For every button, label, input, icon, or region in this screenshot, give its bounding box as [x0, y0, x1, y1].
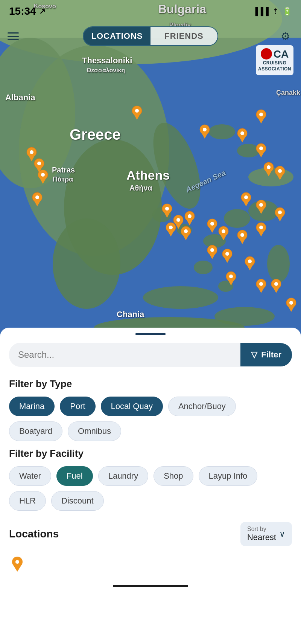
filter-type-chips: Marina Port Local Quay Anchor/Buoy Boaty…: [9, 397, 292, 441]
map-pin-pin12[interactable]: [162, 203, 172, 219]
svg-marker-95: [273, 287, 280, 293]
gear-icon: ⚙: [281, 30, 290, 43]
chip-layup-info[interactable]: Layup Info: [199, 466, 258, 486]
svg-point-108: [37, 162, 41, 165]
chip-water[interactable]: Water: [9, 466, 51, 486]
svg-marker-56: [164, 212, 170, 218]
pin-svg: [32, 192, 43, 206]
hamburger-line-1: [8, 32, 19, 34]
pin-svg: [181, 226, 191, 240]
pin-svg: [207, 245, 217, 259]
chip-hlr[interactable]: HLR: [9, 491, 46, 511]
chip-marina[interactable]: Marina: [9, 397, 55, 416]
filter-funnel-icon: ▽: [251, 350, 257, 360]
svg-point-48: [259, 203, 263, 207]
pin-svg: [241, 192, 251, 206]
svg-marker-92: [258, 287, 265, 293]
sort-select[interactable]: Sort by Nearest ∨: [240, 522, 292, 546]
map-pin-pin26[interactable]: [286, 298, 296, 313]
map-pin-pin10[interactable]: [275, 207, 285, 223]
pin-svg: [222, 249, 233, 263]
map-pin-pin18[interactable]: [218, 226, 229, 242]
map-pin-pin6[interactable]: [263, 162, 274, 178]
map-pin-pin11[interactable]: [256, 222, 266, 238]
gear-button[interactable]: ⚙: [277, 28, 293, 44]
pin-svg: [256, 279, 266, 293]
tab-friends[interactable]: FRIENDS: [150, 27, 217, 45]
battery-icon: 🔋: [283, 7, 292, 16]
chip-omnibus[interactable]: Omnibus: [68, 421, 121, 441]
sort-value: Nearest: [247, 533, 276, 542]
status-icons: ▐▐▐ ⇡ 🔋: [252, 7, 292, 16]
sort-select-content: Sort by Nearest: [247, 526, 276, 542]
map-pin-pin1[interactable]: [132, 105, 142, 121]
svg-point-66: [169, 226, 173, 229]
svg-point-10: [224, 209, 250, 228]
svg-marker-113: [14, 566, 21, 572]
pin-svg: [184, 211, 195, 225]
svg-marker-53: [258, 230, 265, 237]
map-pin-pin15[interactable]: [166, 222, 176, 238]
chip-fuel[interactable]: Fuel: [56, 466, 93, 486]
svg-point-27: [203, 128, 207, 131]
map-pin-pin21[interactable]: [222, 249, 233, 264]
map-pin-pin23[interactable]: [226, 271, 236, 287]
svg-point-72: [210, 222, 214, 226]
drag-handle[interactable]: [135, 333, 166, 335]
map-pin-pin24[interactable]: [256, 279, 266, 295]
svg-point-69: [184, 229, 188, 233]
search-input-wrapper[interactable]: [9, 343, 240, 367]
map-pin-pin8[interactable]: [241, 192, 251, 208]
status-bar: 15:34 ↗ ▐▐▐ ⇡ 🔋: [0, 0, 301, 23]
svg-point-81: [210, 248, 214, 252]
map-pin-pin30[interactable]: [32, 192, 43, 208]
chip-boatyard[interactable]: Boatyard: [9, 421, 62, 441]
map-pin-pin29[interactable]: [34, 158, 44, 174]
map-container[interactable]: Kosovo Bulgaria Plovdiv Albania Thessalo…: [0, 0, 301, 339]
filter-facility-title: Filter by Facility: [9, 448, 292, 459]
location-list-item[interactable]: [9, 550, 292, 577]
map-pin-pin2[interactable]: [199, 124, 210, 140]
pin-svg: [286, 298, 296, 312]
svg-point-6: [53, 218, 120, 309]
chip-anchor-buoy[interactable]: Anchor/Buoy: [168, 397, 236, 416]
pin-svg: [218, 226, 229, 240]
map-pin-pin9[interactable]: [256, 200, 266, 215]
home-indicator: [113, 585, 188, 587]
map-pin-pin14[interactable]: [184, 211, 195, 227]
svg-marker-38: [265, 170, 272, 176]
search-input[interactable]: [18, 349, 231, 360]
svg-marker-74: [220, 234, 227, 240]
svg-point-60: [176, 218, 180, 222]
svg-marker-41: [277, 174, 283, 180]
map-pin-pin5[interactable]: [256, 143, 266, 159]
map-pin-pin25[interactable]: [271, 279, 281, 295]
map-pin-pin7[interactable]: [275, 166, 285, 182]
chip-laundry[interactable]: Laundry: [98, 466, 149, 486]
chip-local-quay[interactable]: Local Quay: [101, 397, 163, 416]
map-pin-pin3[interactable]: [237, 128, 248, 144]
map-pin-pin16[interactable]: [181, 226, 191, 242]
map-pin-pin17[interactable]: [207, 218, 217, 234]
filter-button[interactable]: ▽ Filter: [240, 343, 292, 366]
filter-facility-chips: Water Fuel Laundry Shop Layup Info HLR D…: [9, 466, 292, 511]
map-pin-pin4[interactable]: [256, 109, 266, 125]
chip-shop[interactable]: Shop: [154, 466, 193, 486]
tab-locations[interactable]: LOCATIONS: [84, 27, 150, 45]
top-nav: LOCATIONS FRIENDS ⚙: [0, 23, 301, 50]
map-pin-pin22[interactable]: [245, 256, 255, 272]
svg-point-17: [209, 124, 235, 139]
chip-discount[interactable]: Discount: [51, 491, 104, 511]
hamburger-button[interactable]: [8, 28, 24, 44]
hamburger-line-3: [8, 39, 19, 40]
svg-marker-68: [182, 234, 189, 240]
filter-by-type-section: Filter by Type Marina Port Local Quay An…: [9, 378, 292, 441]
signal-icon: ▐▐▐: [252, 7, 269, 16]
map-pin-pin19[interactable]: [237, 230, 248, 246]
svg-point-39: [267, 165, 271, 169]
chip-port[interactable]: Port: [60, 397, 95, 416]
pin-svg: [162, 203, 172, 218]
chevron-down-icon: ∨: [279, 529, 285, 539]
pin-svg: [256, 222, 266, 237]
map-pin-pin20[interactable]: [207, 245, 217, 261]
